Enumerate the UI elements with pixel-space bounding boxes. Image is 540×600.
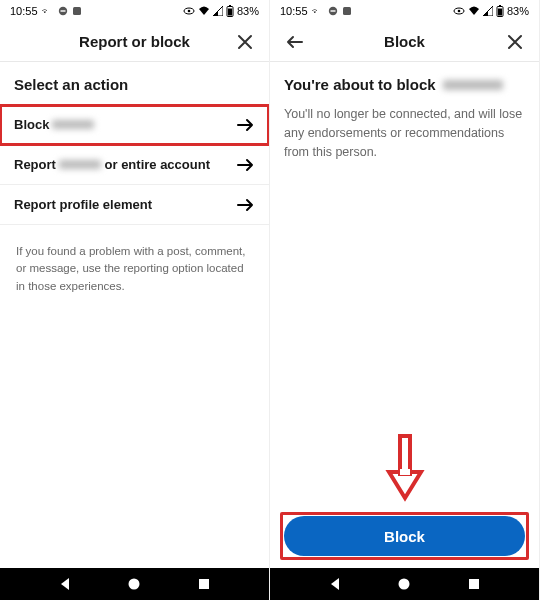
page-title: Block bbox=[304, 33, 505, 50]
svg-point-5 bbox=[188, 10, 191, 13]
eye-icon bbox=[183, 7, 195, 15]
svg-rect-23 bbox=[469, 579, 479, 589]
svg-rect-7 bbox=[229, 5, 231, 7]
battery-icon bbox=[226, 5, 234, 17]
action-list: Block Report or entire account Report pr… bbox=[0, 105, 269, 225]
back-icon[interactable] bbox=[284, 32, 304, 52]
svg-rect-2 bbox=[60, 10, 65, 11]
status-time: 10:55 bbox=[280, 5, 308, 17]
nav-home-icon[interactable] bbox=[397, 577, 411, 591]
status-time: 10:55 bbox=[10, 5, 38, 17]
nav-back-icon[interactable] bbox=[58, 577, 72, 591]
header: Block bbox=[270, 22, 539, 62]
eye-icon bbox=[453, 7, 465, 15]
app-badge-icon bbox=[72, 6, 82, 16]
svg-rect-8 bbox=[228, 9, 232, 16]
wifi-icon bbox=[198, 6, 210, 16]
signal-icon bbox=[213, 6, 223, 16]
nav-recent-icon[interactable] bbox=[197, 577, 211, 591]
svg-rect-13 bbox=[330, 10, 335, 11]
svg-rect-14 bbox=[343, 7, 351, 15]
action-label: Block bbox=[14, 117, 94, 132]
arrow-right-icon bbox=[237, 158, 255, 172]
screen-report-or-block: 10:55 ᯤ 83% bbox=[0, 0, 270, 600]
svg-rect-19 bbox=[498, 9, 502, 16]
screen-block-confirm: 10:55 ᯤ 83% bbox=[270, 0, 540, 600]
svg-rect-18 bbox=[499, 5, 501, 7]
arrow-right-icon bbox=[237, 198, 255, 212]
redacted-name bbox=[59, 160, 101, 169]
svg-rect-3 bbox=[73, 7, 81, 15]
battery-icon bbox=[496, 5, 504, 17]
android-nav-bar bbox=[0, 568, 269, 600]
action-report-profile-element[interactable]: Report profile element bbox=[0, 185, 269, 225]
svg-point-22 bbox=[399, 579, 410, 590]
signal-icon bbox=[483, 6, 493, 16]
app-badge-icon bbox=[342, 6, 352, 16]
status-bar: 10:55 ᯤ 83% bbox=[0, 0, 269, 22]
status-battery-pct: 83% bbox=[237, 5, 259, 17]
action-label: Report profile element bbox=[14, 197, 152, 212]
svg-point-16 bbox=[458, 10, 461, 13]
dnd-icon bbox=[58, 6, 68, 16]
confirm-heading: You're about to block bbox=[284, 76, 525, 93]
redacted-name bbox=[443, 80, 503, 90]
bottom-area: Block bbox=[270, 506, 539, 568]
status-bar: 10:55 ᯤ 83% bbox=[270, 0, 539, 22]
close-icon[interactable] bbox=[235, 32, 255, 52]
svg-point-9 bbox=[129, 579, 140, 590]
page-title: Report or block bbox=[34, 33, 235, 50]
status-battery-pct: 83% bbox=[507, 5, 529, 17]
redacted-name bbox=[52, 120, 94, 129]
nfc-icon: ᯤ bbox=[312, 6, 324, 16]
svg-rect-10 bbox=[199, 579, 209, 589]
nav-recent-icon[interactable] bbox=[467, 577, 481, 591]
svg-text:ᯤ: ᯤ bbox=[312, 7, 320, 16]
header: Report or block bbox=[0, 22, 269, 62]
action-block[interactable]: Block bbox=[0, 105, 269, 145]
helper-text: If you found a problem with a post, comm… bbox=[14, 225, 255, 313]
nfc-icon: ᯤ bbox=[42, 6, 54, 16]
dnd-icon bbox=[328, 6, 338, 16]
wifi-icon bbox=[468, 6, 480, 16]
android-nav-bar bbox=[270, 568, 539, 600]
block-button[interactable]: Block bbox=[284, 516, 525, 556]
action-label: Report or entire account bbox=[14, 157, 210, 172]
nav-back-icon[interactable] bbox=[328, 577, 342, 591]
svg-text:ᯤ: ᯤ bbox=[42, 7, 50, 16]
nav-home-icon[interactable] bbox=[127, 577, 141, 591]
arrow-right-icon bbox=[237, 118, 255, 132]
confirm-body: You'll no longer be connected, and will … bbox=[284, 105, 525, 161]
section-title: Select an action bbox=[14, 76, 255, 93]
action-report-account[interactable]: Report or entire account bbox=[0, 145, 269, 185]
close-icon[interactable] bbox=[505, 32, 525, 52]
